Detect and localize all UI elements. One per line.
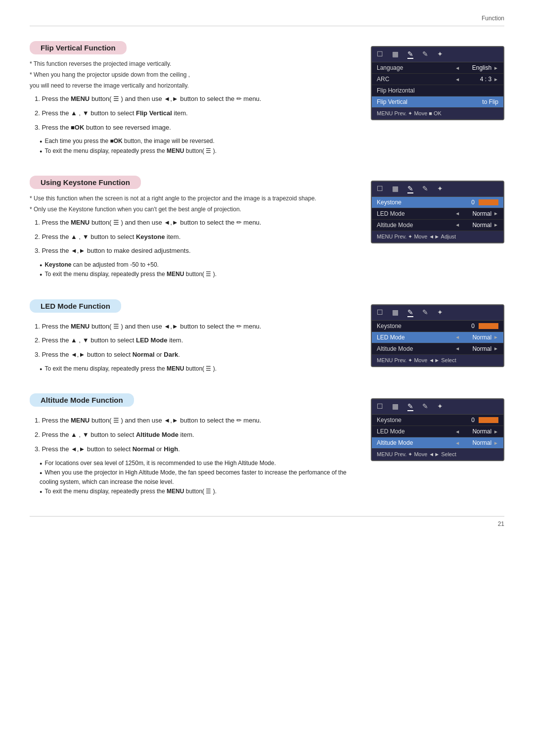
menu-row-left-arrow-1: ◄ [455,429,460,434]
section-left-using-keystone: Using Keystone Function* Use this functi… [30,176,356,280]
menu-row-label-0: Keystone [377,323,471,330]
menu-row-label-1: LED Mode [377,334,455,341]
menu-row-right-arrow-1: ► [493,334,498,340]
menu-row-0: Keystone0 [372,197,503,208]
menu-icon-2: ✎ [407,308,413,317]
menu-row-left-arrow-2: ◄ [455,222,460,228]
menu-footer: MENU Prev. ✦ Move ■ OK [372,108,503,119]
menu-row-value-0: English [462,64,491,71]
bullet-1-0: Keystone can be adjusted from -50 to +50… [40,260,356,270]
menu-icon-3: ✎ [422,50,428,59]
menu-icon-1: ▦ [392,50,399,59]
menu-footer: MENU Prev. ✦ Move ◄► Select [372,355,503,366]
menu-icon-1: ▦ [392,402,399,411]
bullet-3-0: For locations over sea level of 1250m, i… [40,459,356,468]
section-left-altitude-mode: Altitude Mode Function1. Press the MENU … [30,393,356,496]
menu-row-num-0: 0 [471,417,475,424]
bullet-1-1: To exit the menu display, repeatedly pre… [40,270,356,279]
menu-row-num-0: 0 [471,323,475,330]
menu-icons-row: ☐▦✎✎✦ [372,47,503,62]
menu-row-1: LED Mode◄Normal► [372,208,503,220]
page-header: Function [30,15,504,26]
menu-row-label-1: LED Mode [377,428,455,435]
note-1-1: * Only use the Keystone function when yo… [30,205,356,214]
menu-icon-1: ▦ [392,185,399,193]
section-right-flip-vertical: ☐▦✎✎✦Language◄English►ARC◄4 : 3►Flip Hor… [371,41,504,156]
step-0-2: 3. Press the ■OK button to see reversed … [35,123,356,133]
menu-row-right-arrow-1: ► [493,429,498,434]
menu-icon-0: ☐ [377,402,383,411]
menu-row-2: Flip Horizontal [372,85,503,96]
menu-box: ☐▦✎✎✦Keystone0LED Mode◄Normal►Altitude M… [371,304,504,367]
menu-row-label-0: Language [377,64,455,71]
menu-row-2: Altitude Mode◄Normal► [372,437,503,449]
menu-row-right-arrow-0: ► [493,65,498,71]
menu-box: ☐▦✎✎✦Language◄English►ARC◄4 : 3►Flip Hor… [371,46,504,120]
menu-row-bar-0 [479,417,498,423]
section-flip-vertical: Flip Vertical Function* This function re… [30,41,504,156]
menu-icon-3: ✎ [422,308,428,317]
menu-row-label-0: Keystone [377,199,471,206]
menu-row-value-2: Normal [462,222,491,229]
menu-row-1: LED Mode◄Normal► [372,332,503,343]
section-altitude-mode: Altitude Mode Function1. Press the MENU … [30,393,504,496]
step-1-1: 2. Press the ▲ , ▼ button to select Keys… [35,232,356,242]
menu-icons-row: ☐▦✎✎✦ [372,182,503,197]
bullet-3-2: To exit the menu display, repeatedly pre… [40,487,356,496]
note-0-1: * When you hang the projector upside dow… [30,70,356,79]
menu-row-bar-wrap-0: 0 [471,323,498,330]
menu-row-0: Keystone0 [372,415,503,426]
menu-icon-1: ▦ [392,308,399,317]
menu-row-value-1: Normal [462,210,491,217]
bullet-2-0: To exit the menu display, repeatedly pre… [40,364,356,374]
menu-row-bar-0 [479,199,498,205]
menu-icon-2: ✎ [407,402,413,411]
menu-row-left-arrow-2: ◄ [455,440,460,446]
menu-icon-0: ☐ [377,185,383,193]
step-2-0: 1. Press the MENU button( ☰ ) and then u… [35,322,356,332]
menu-row-label-2: Altitude Mode [377,345,455,352]
step-0-0: 1. Press the MENU button( ☰ ) and then u… [35,94,356,104]
menu-row-label-1: ARC [377,76,455,83]
menu-row-1: ARC◄4 : 3► [372,74,503,85]
menu-icon-3: ✎ [422,185,428,193]
menu-row-2: Altitude Mode◄Normal► [372,343,503,355]
menu-row-num-0: 0 [471,199,475,206]
menu-row-value-2: Normal [462,345,491,352]
section-left-led-mode: LED Mode Function1. Press the MENU butto… [30,299,356,374]
menu-row-left-arrow-2: ◄ [455,346,460,351]
menu-row-value-1: 4 : 3 [462,76,491,83]
menu-row-left-arrow-1: ◄ [455,211,460,216]
step-3-2: 3. Press the ◄,► button to select Normal… [35,444,356,455]
menu-icon-0: ☐ [377,50,383,59]
menu-row-left-arrow-1: ◄ [455,77,460,82]
menu-icon-3: ✎ [422,402,428,411]
menu-row-right-arrow-1: ► [493,211,498,216]
note-1-0: * Use this function when the screen is n… [30,194,356,203]
menu-icon-2: ✎ [407,50,413,59]
step-0-1: 2. Press the ▲ , ▼ button to select Flip… [35,108,356,119]
menu-row-label-2: Flip Horizontal [377,87,498,94]
menu-row-label-3: Flip Vertical [377,98,469,105]
step-2-1: 2. Press the ▲ , ▼ button to select LED … [35,335,356,346]
menu-row-label-2: Altitude Mode [377,439,455,446]
menu-icons-row: ☐▦✎✎✦ [372,399,503,415]
menu-row-bar-wrap-0: 0 [471,417,498,424]
section-right-using-keystone: ☐▦✎✎✦Keystone0LED Mode◄Normal►Altitude M… [371,176,504,280]
step-1-2: 3. Press the ◄,► button to make desired … [35,246,356,256]
menu-row-0: Language◄English► [372,62,503,74]
section-right-led-mode: ☐▦✎✎✦Keystone0LED Mode◄Normal►Altitude M… [371,299,504,374]
section-left-flip-vertical: Flip Vertical Function* This function re… [30,41,356,156]
menu-footer: MENU Prev. ✦ Move ◄► Select [372,449,503,460]
menu-row-value-2: Normal [462,439,491,446]
header-label: Function [482,15,504,22]
section-title-led-mode: LED Mode Function [30,299,121,313]
menu-row-value-3: to Flip [469,98,498,105]
section-using-keystone: Using Keystone Function* Use this functi… [30,176,504,280]
menu-icon-4: ✦ [437,308,443,317]
menu-row-right-arrow-1: ► [493,77,498,82]
menu-icon-0: ☐ [377,308,383,317]
menu-row-value-1: Normal [462,334,491,341]
menu-icons-row: ☐▦✎✎✦ [372,305,503,321]
menu-row-right-arrow-2: ► [493,346,498,351]
